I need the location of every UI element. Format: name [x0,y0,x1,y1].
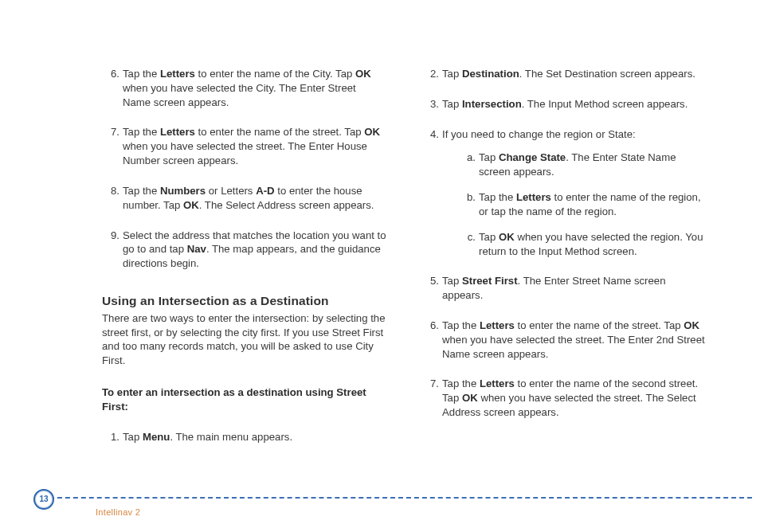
left-column: 6.Tap the Letters to enter the name of t… [102,67,386,460]
list-item: 5.Tap Street First. The Enter Street Nam… [421,274,706,303]
list-item: c.Tap OK when you have selected the regi… [460,230,706,259]
list-item-text: Tap Menu. The main menu appears. [123,431,292,443]
list-item-text: Tap Intersection. The Input Method scree… [442,98,688,110]
list-item-text: Tap Street First. The Enter Street Name … [442,275,666,301]
list-item-text: Tap the Letters to enter the name of the… [442,377,698,418]
list-item-text: If you need to change the region or Stat… [442,128,636,140]
right-column: 2.Tap Destination. The Set Destination s… [421,67,706,460]
product-name: Intellinav 2 [96,507,140,518]
list-item: 6.Tap the Letters to enter the name of t… [421,319,706,361]
list-item: 6.Tap the Letters to enter the name of t… [102,67,386,109]
list-item-text: Tap the Letters to enter the name of the… [123,126,380,166]
list-item-text: Tap the Letters to enter the name of the… [442,319,705,360]
list-item-text: Tap Destination. The Set Destination scr… [442,68,695,80]
list-item: 8.Tap the Numbers or Letters A-D to ente… [102,184,386,213]
list-item: 1.Tap Menu. The main menu appears. [102,430,386,444]
footer-dashed-rule [49,497,752,499]
right-numbered-list: 2.Tap Destination. The Set Destination s… [421,67,706,420]
list-item-text: Select the address that matches the loca… [123,229,386,270]
list-item-text: Tap OK when you have selected the region… [479,231,703,257]
list-marker: 9. [102,229,119,243]
list-marker: 7. [102,125,119,139]
list-marker: b. [460,190,476,205]
list-marker: 4. [421,127,439,142]
two-column-body: 6.Tap the Letters to enter the name of t… [102,67,706,460]
list-marker: 1. [102,430,119,444]
list-marker: 5. [421,274,439,288]
list-marker: a. [460,151,476,165]
alpha-sublist: a.Tap Change State. The Enter State Name… [442,151,706,258]
list-item: 4.If you need to change the region or St… [421,127,706,259]
list-item-text: Tap Change State. The Enter State Name s… [479,151,676,178]
page-footer: 13 Intellinav 2 [0,489,760,513]
list-item: 9.Select the address that matches the lo… [102,229,386,271]
list-item: 2.Tap Destination. The Set Destination s… [421,67,706,81]
list-marker: 8. [102,184,119,198]
procedure-subhead: To enter an intersection as a destinatio… [102,385,386,414]
list-item: b.Tap the Letters to enter the name of t… [460,190,706,219]
list-item-text: Tap the Letters to enter the name of the… [123,68,371,108]
list-item: 3.Tap Intersection. The Input Method scr… [421,97,706,111]
left-sub-numbered-list: 1.Tap Menu. The main menu appears. [102,430,386,444]
list-marker: 2. [421,67,439,81]
list-item-text: Tap the Numbers or Letters A-D to enter … [123,185,374,211]
list-marker: 3. [421,97,439,111]
list-marker: 6. [421,319,439,333]
list-item: a.Tap Change State. The Enter State Name… [460,151,706,179]
list-item-text: Tap the Letters to enter the name of the… [479,191,701,217]
page-number-badge: 13 [33,489,54,510]
left-numbered-list: 6.Tap the Letters to enter the name of t… [102,67,386,271]
list-marker: c. [460,230,476,244]
list-marker: 7. [421,377,439,391]
section-heading: Using an Intersection as a Destination [102,293,386,310]
list-item: 7.Tap the Letters to enter the name of t… [102,125,386,167]
list-marker: 6. [102,67,119,81]
list-item: 7.Tap the Letters to enter the name of t… [421,377,706,419]
manual-page: 6.Tap the Letters to enter the name of t… [0,0,760,532]
section-lead-text: There are two ways to enter the intersec… [102,311,386,368]
